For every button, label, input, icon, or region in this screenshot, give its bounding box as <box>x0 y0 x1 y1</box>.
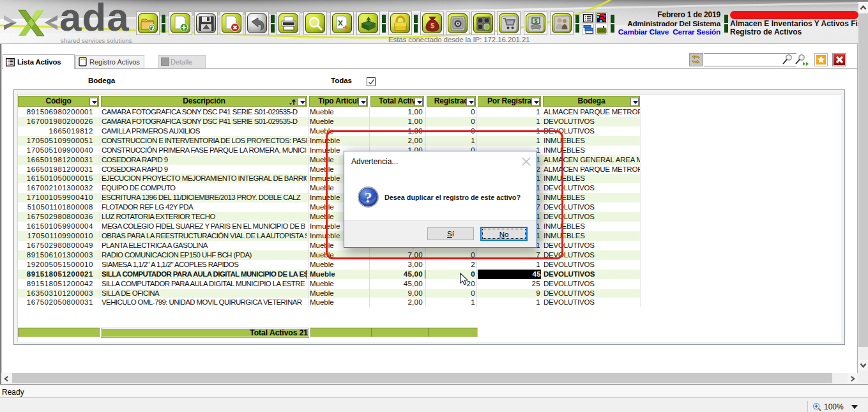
svg-text:?: ? <box>365 189 372 206</box>
svg-text:$: $ <box>430 22 434 29</box>
svg-text:$: $ <box>534 18 537 24</box>
